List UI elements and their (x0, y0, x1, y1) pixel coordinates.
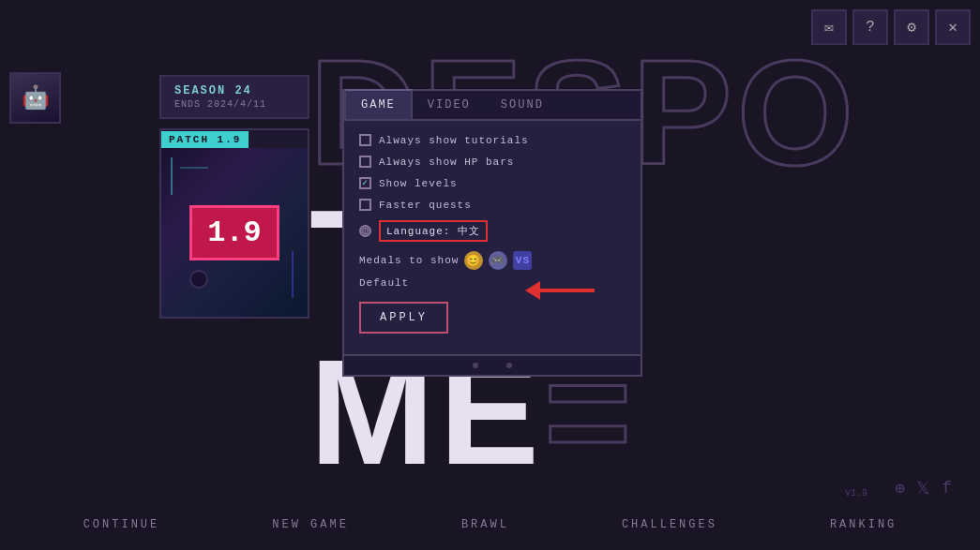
close-icon: ✕ (948, 18, 957, 37)
settings-icon: ⚙ (907, 18, 916, 37)
medal-game-icon[interactable]: VS (513, 251, 532, 270)
character-thumbnail: 🤖 (9, 72, 61, 124)
checkmark-icon: ✓ (362, 179, 369, 188)
apply-button[interactable]: APPLY (359, 302, 448, 334)
email-icon: ✉ (824, 18, 834, 37)
checkbox-show-levels[interactable]: ✓ Show levels (359, 177, 626, 189)
help-button[interactable]: ? (852, 9, 888, 45)
patch-box: PATCH 1.9 1.9 (159, 128, 309, 319)
nav-continue[interactable]: CONTINUE (83, 518, 160, 531)
bottom-nav: CONTINUE NEW GAME BRAWL CHALLENGES RANKI… (0, 518, 980, 531)
checkbox-hp-bars[interactable]: Always show HP bars (359, 156, 626, 168)
social-icons: ⊕ 𝕏 f (895, 478, 952, 498)
close-button[interactable]: ✕ (935, 9, 971, 45)
bottom-dot-right (506, 363, 512, 368)
tab-video[interactable]: VIDEO (413, 91, 486, 119)
medal-gold-icon[interactable]: 😊 (464, 251, 483, 270)
medals-label: Medals to show (359, 255, 459, 266)
checkbox-tutorials-box (359, 134, 371, 146)
default-label: Default (359, 277, 409, 289)
nav-new-game[interactable]: NEW GAME (272, 518, 349, 531)
twitter-icon[interactable]: 𝕏 (916, 478, 930, 498)
email-button[interactable]: ✉ (811, 9, 847, 45)
season-ends: ENDS 2024/4/11 (174, 99, 294, 110)
nav-challenges[interactable]: CHALLENGES (622, 518, 717, 531)
medals-row: Medals to show 😊 🎮 VS (359, 251, 626, 270)
checkbox-faster-quests-label: Faster quests (379, 200, 472, 211)
language-value: Language: 中文 (379, 220, 488, 242)
dialog-tabs: GAME VIDEO SOUND (344, 91, 641, 121)
discord-icon[interactable]: ⊕ (895, 478, 905, 498)
dialog-bottom-bar (344, 354, 641, 375)
version-text: v1.9 (845, 488, 867, 498)
bottom-dot-left (473, 363, 478, 368)
patch-image: 1.9 (161, 148, 308, 317)
nav-ranking[interactable]: RANKING (830, 518, 897, 531)
settings-dialog: GAME VIDEO SOUND Always show tutorials A… (342, 89, 642, 377)
checkbox-faster-quests-box (359, 199, 371, 211)
patch-label: PATCH 1.9 (161, 131, 249, 148)
language-arrow (525, 281, 595, 300)
tab-game[interactable]: GAME (344, 89, 413, 119)
tab-sound[interactable]: SOUND (486, 91, 559, 119)
arrow-line (538, 289, 595, 292)
left-panel: SEASON 24 ENDS 2024/4/11 PATCH 1.9 1.9 (159, 75, 309, 319)
help-icon: ? (866, 19, 875, 36)
checkbox-hp-bars-label: Always show HP bars (379, 156, 514, 168)
patch-version: 1.9 (189, 205, 279, 260)
checkbox-faster-quests[interactable]: Faster quests (359, 199, 626, 211)
checkbox-show-levels-label: Show levels (379, 178, 458, 189)
checkbox-hp-bars-box (359, 156, 371, 168)
language-row[interactable]: Language: 中文 (359, 220, 626, 242)
dialog-content: Always show tutorials Always show HP bar… (344, 121, 641, 354)
character-image: 🤖 (11, 74, 59, 122)
settings-button[interactable]: ⚙ (894, 9, 929, 45)
top-right-buttons: ✉ ? ⚙ ✕ (811, 9, 971, 45)
checkbox-show-levels-box: ✓ (359, 177, 371, 189)
checkbox-tutorials-label: Always show tutorials (379, 135, 529, 146)
medal-trophy-icon[interactable]: 🎮 (489, 251, 507, 270)
season-box: SEASON 24 ENDS 2024/4/11 (159, 75, 309, 119)
facebook-icon[interactable]: f (942, 479, 952, 498)
season-label: SEASON 24 (174, 84, 294, 97)
checkbox-tutorials[interactable]: Always show tutorials (359, 134, 626, 146)
globe-icon (359, 225, 371, 237)
nav-brawl[interactable]: BRAWL (461, 518, 509, 531)
